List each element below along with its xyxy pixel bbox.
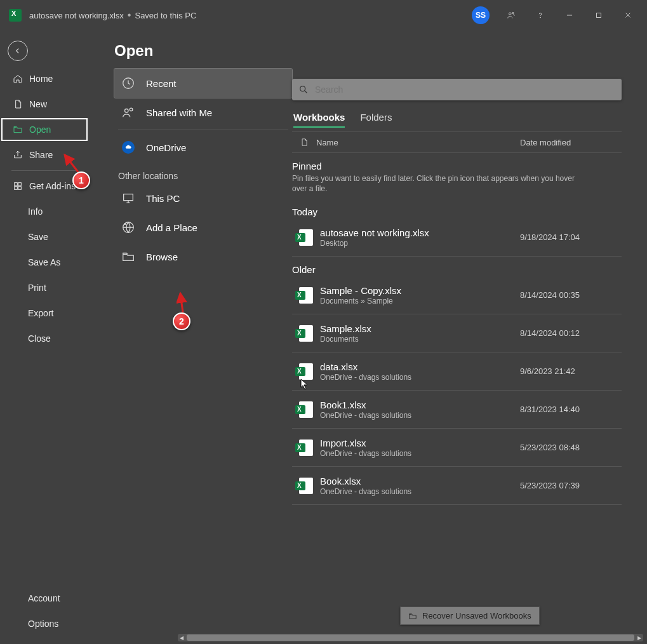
xlsx-icon [292,325,320,342]
location-add-place[interactable]: Add a Place [114,213,292,242]
back-button[interactable] [8,41,28,61]
people-icon [119,105,137,119]
annotation-callout-1: 1 [72,171,90,189]
location-shared-label: Shared with Me [146,107,212,118]
nav-info[interactable]: Info [0,199,89,224]
svg-rect-9 [15,187,18,190]
nav-home-label: Home [29,74,53,84]
nav-export[interactable]: Export [0,300,89,326]
location-browse[interactable]: Browse [114,242,292,271]
other-locations-heading: Other locations [114,162,292,184]
nav-options[interactable]: Options [0,611,89,636]
title-separator: • [128,10,131,21]
section-older: Older [292,257,622,276]
nav-new-label: New [29,99,47,109]
location-recent-label: Recent [146,78,177,89]
svg-point-1 [512,12,514,13]
xlsx-icon [292,439,320,456]
xlsx-icon [292,478,320,494]
file-row[interactable]: Sample.xlsxDocuments 8/14/2024 00:12 [292,314,622,352]
file-row[interactable]: Sample - Copy.xlsxDocuments » Sample 8/1… [292,276,622,314]
nav-new[interactable]: New [0,91,89,117]
recover-unsaved-button[interactable]: Recover Unsaved Workbooks [400,607,540,625]
svg-rect-4 [597,13,601,18]
svg-point-13 [130,108,133,111]
excel-backstage-window: autosave not working.xlsx • Saved to thi… [0,0,647,644]
location-browse-label: Browse [146,252,178,262]
page-title: Open [89,30,647,69]
svg-rect-10 [18,187,22,190]
file-location: Desktop [320,239,520,248]
add-place-icon [119,220,137,234]
scroll-right-icon[interactable]: ▶ [636,634,643,641]
section-pinned-hint: Pin files you want to easily find later.… [292,173,590,199]
file-row[interactable]: Book.xlsxOneDrive - dvags solutions 5/23… [292,467,622,505]
svg-rect-8 [18,183,22,186]
location-onedrive[interactable]: OneDrive [114,133,292,162]
nav-account[interactable]: Account [0,586,89,611]
location-shared[interactable]: Shared with Me [114,98,292,127]
share-people-icon[interactable] [497,1,525,29]
svg-point-12 [125,109,129,113]
folder-open-icon [408,612,417,621]
section-pinned: Pinned [292,153,622,173]
file-row[interactable]: Import.xlsxOneDrive - dvags solutions 5/… [292,429,622,467]
horizontal-scrollbar[interactable]: ◀ ▶ [178,634,643,641]
col-name[interactable]: Name [316,138,520,147]
svg-point-0 [509,13,512,15]
xlsx-icon [292,287,320,304]
file-name: autosave not working.xlsx [320,227,520,238]
onedrive-icon [119,141,137,154]
scroll-thumb[interactable] [187,634,634,641]
folder-open-icon [119,250,137,264]
open-tabs: Workbooks Folders [292,104,622,128]
nav-home[interactable]: Home [0,66,89,91]
scroll-left-icon[interactable]: ◀ [178,634,185,641]
list-header: Name Date modified [292,131,622,153]
excel-app-icon [9,9,22,22]
recover-unsaved-label: Recover Unsaved Workbooks [422,611,531,621]
nav-close[interactable]: Close [0,326,89,351]
backstage-nav: Home New Open Share Get Add-ins Info Sav… [0,30,89,644]
file-row[interactable]: data.xlsxOneDrive - dvags solutions 9/6/… [292,352,622,391]
file-date: 9/18/2024 17:04 [520,232,622,242]
annotation-callout-2: 2 [173,312,190,330]
svg-point-16 [300,86,305,91]
save-status: Saved to this PC [135,11,196,20]
open-page: Open Recent Shared with Me [89,30,647,644]
nav-open[interactable]: Open [0,117,89,142]
nav-print[interactable]: Print [0,275,89,300]
xlsx-icon [292,363,320,380]
location-recent[interactable]: Recent [114,69,292,98]
nav-save-as[interactable]: Save As [0,250,89,275]
file-row[interactable]: Book1.xlsxOneDrive - dvags solutions 8/3… [292,391,622,429]
nav-open-label: Open [29,124,51,135]
file-name: autosave not working.xlsx [29,11,124,20]
nav-share[interactable]: Share [0,142,89,168]
search-input[interactable] [315,84,615,95]
nav-share-label: Share [29,150,53,160]
location-this-pc-label: This PC [146,193,180,204]
help-icon[interactable] [526,1,554,29]
search-icon [298,84,309,95]
close-button[interactable] [614,1,642,29]
section-today: Today [292,199,622,218]
user-avatar[interactable]: SS [472,6,490,24]
location-onedrive-label: OneDrive [146,142,186,153]
nav-save[interactable]: Save [0,224,89,250]
file-icon-header [292,138,316,147]
tab-folders[interactable]: Folders [360,107,392,128]
nav-get-addins-label: Get Add-ins [29,181,76,191]
location-this-pc[interactable]: This PC [114,184,292,213]
titlebar: autosave not working.xlsx • Saved to thi… [0,0,647,30]
col-date[interactable]: Date modified [520,138,622,147]
search-box[interactable] [292,79,622,100]
file-row[interactable]: autosave not working.xlsx Desktop 9/18/2… [292,218,622,257]
xlsx-icon [292,401,320,418]
xlsx-icon [292,229,320,246]
maximize-button[interactable] [585,1,613,29]
clock-icon [119,76,137,90]
minimize-button[interactable] [556,1,584,29]
svg-line-17 [305,91,307,93]
tab-workbooks[interactable]: Workbooks [293,107,345,128]
